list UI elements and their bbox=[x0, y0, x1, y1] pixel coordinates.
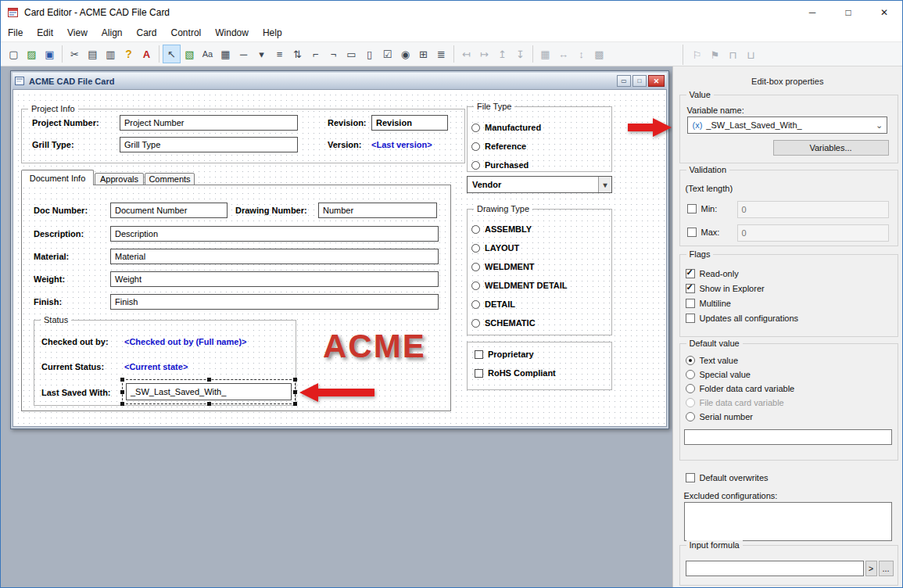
tab-document-info[interactable]: Document Info bbox=[21, 170, 94, 185]
tab-control-icon[interactable]: ¬ bbox=[324, 45, 342, 63]
checkbox-proprietary[interactable]: Proprietary bbox=[475, 350, 534, 359]
list-control-icon[interactable]: ≡ bbox=[271, 45, 288, 63]
card-design-surface[interactable]: Project Info Project Number: Project Num… bbox=[13, 89, 667, 427]
radio-reference[interactable]: Reference bbox=[471, 142, 526, 151]
input-formula-field[interactable] bbox=[686, 561, 864, 576]
project-number-field[interactable]: Project Number bbox=[120, 115, 298, 131]
selection-handle[interactable] bbox=[120, 390, 124, 394]
menu-card[interactable]: Card bbox=[130, 25, 164, 41]
text-control-icon[interactable]: Aa bbox=[199, 45, 217, 63]
save-icon[interactable]: ▣ bbox=[41, 45, 59, 63]
tab-approvals[interactable]: Approvals bbox=[95, 173, 144, 185]
selection-handle[interactable] bbox=[120, 378, 124, 382]
menu-help[interactable]: Help bbox=[256, 25, 289, 41]
menu-align[interactable]: Align bbox=[95, 25, 130, 41]
material-field[interactable]: Material bbox=[110, 249, 439, 264]
card-logo-image[interactable]: ACME bbox=[323, 328, 426, 365]
formula-flyout-button[interactable]: > bbox=[865, 561, 877, 576]
doc-number-field[interactable]: Document Number bbox=[110, 203, 228, 218]
checkbox-icon bbox=[686, 314, 695, 323]
radio-weldment-detail[interactable]: WELDMENT DETAIL bbox=[471, 281, 568, 290]
card-minimize-button[interactable]: ▭ bbox=[617, 75, 631, 87]
checked-out-by-value: <Checked out by (Full name)> bbox=[124, 337, 246, 346]
tree-control-icon[interactable]: ≣ bbox=[432, 45, 450, 63]
variable-name-dropdown[interactable]: (x) _SW_Last_Saved_With_ ⌄ bbox=[687, 117, 887, 134]
tab-comments[interactable]: Comments bbox=[145, 173, 195, 185]
line-control-icon[interactable]: ─ bbox=[235, 45, 253, 63]
flag-read-only[interactable]: Read-only bbox=[686, 269, 739, 278]
radio-folder-data-card-variable[interactable]: Folder data card variable bbox=[686, 384, 795, 393]
radio-layout[interactable]: LAYOUT bbox=[471, 243, 519, 253]
frame-control-icon[interactable]: ⌐ bbox=[306, 45, 324, 63]
combobox-control-icon[interactable]: ▾ bbox=[253, 45, 271, 63]
image-control-icon[interactable]: ▧ bbox=[181, 45, 199, 63]
paste-icon[interactable]: ▥ bbox=[102, 45, 120, 63]
radio-label: Manufactured bbox=[485, 123, 541, 132]
grill-type-field[interactable]: Grill Type bbox=[120, 137, 298, 152]
selection-outline[interactable]: _SW_Last_Saved_With_ bbox=[122, 379, 296, 404]
spin-control-icon[interactable]: ⇅ bbox=[288, 45, 306, 63]
radio-text-value[interactable]: Text value bbox=[686, 356, 739, 365]
flag-show-in-explorer[interactable]: Show in Explorer bbox=[686, 284, 765, 293]
radio-control-icon[interactable]: ◉ bbox=[396, 45, 414, 63]
editbox-control-icon[interactable]: ▯ bbox=[360, 45, 378, 63]
finish-field[interactable]: Finish bbox=[110, 294, 439, 310]
menu-file[interactable]: File bbox=[1, 25, 30, 41]
radio-assembly[interactable]: ASSEMBLY bbox=[471, 224, 532, 234]
drawing-number-field[interactable]: Number bbox=[318, 203, 437, 218]
card-control-icon[interactable]: ▦ bbox=[217, 45, 235, 63]
open-card-icon[interactable]: ▨ bbox=[23, 45, 41, 63]
button-control-icon[interactable]: ▭ bbox=[342, 45, 360, 63]
minimize-button[interactable]: ─ bbox=[794, 1, 830, 24]
radio-label: WELDMENT bbox=[485, 262, 535, 271]
radio-schematic[interactable]: SCHEMATIC bbox=[471, 318, 536, 328]
grid-control-icon[interactable]: ⊞ bbox=[414, 45, 432, 63]
max-checkbox[interactable]: Max: bbox=[687, 228, 720, 237]
variables-button[interactable]: Variables... bbox=[773, 140, 889, 156]
revision-field[interactable]: Revision bbox=[371, 115, 448, 131]
select-tool-icon[interactable]: ↖ bbox=[163, 45, 181, 63]
formula-browse-button[interactable]: ... bbox=[879, 561, 894, 576]
flag-updates-all-configurations[interactable]: Updates all configurations bbox=[686, 314, 799, 323]
card-close-button[interactable]: ✕ bbox=[648, 75, 665, 87]
description-field[interactable]: Description bbox=[110, 226, 439, 242]
font-icon[interactable]: A bbox=[138, 45, 156, 63]
selection-handle[interactable] bbox=[207, 402, 211, 406]
selection-handle[interactable] bbox=[207, 378, 211, 382]
menu-edit[interactable]: Edit bbox=[30, 25, 60, 41]
radio-manufactured[interactable]: Manufactured bbox=[471, 123, 541, 132]
menu-view[interactable]: View bbox=[60, 25, 95, 41]
selection-handle[interactable] bbox=[293, 390, 297, 394]
menu-control[interactable]: Control bbox=[164, 25, 209, 41]
checkbox-icon bbox=[687, 228, 697, 237]
menu-window[interactable]: Window bbox=[208, 25, 256, 41]
checkbox-rohs-compliant[interactable]: RoHS Compliant bbox=[475, 368, 556, 378]
card-window-title: ACME CAD File Card bbox=[29, 77, 114, 86]
new-file-icon[interactable]: ▢ bbox=[5, 45, 23, 63]
cut-icon[interactable]: ✂ bbox=[66, 45, 84, 63]
radio-serial-number[interactable]: Serial number bbox=[686, 412, 753, 421]
selection-handle[interactable] bbox=[120, 402, 124, 406]
selection-handle[interactable] bbox=[293, 378, 297, 382]
checkbox-control-icon[interactable]: ☑ bbox=[378, 45, 396, 63]
radio-weldment[interactable]: WELDMENT bbox=[471, 262, 535, 271]
close-button[interactable]: ✕ bbox=[866, 1, 902, 24]
maximize-button[interactable]: □ bbox=[830, 1, 866, 24]
radio-detail[interactable]: DETAIL bbox=[471, 299, 515, 309]
default-value-field[interactable] bbox=[684, 429, 892, 445]
min-checkbox[interactable]: Min: bbox=[687, 204, 718, 213]
selection-handle[interactable] bbox=[293, 402, 297, 406]
copy-icon[interactable]: ▤ bbox=[84, 45, 102, 63]
help-icon[interactable]: ? bbox=[120, 45, 138, 63]
card-window-titlebar[interactable]: ACME CAD File Card ▭ □ ✕ bbox=[13, 73, 667, 89]
last-saved-with-field[interactable]: _SW_Last_Saved_With_ bbox=[126, 383, 292, 400]
radio-icon bbox=[686, 412, 695, 421]
weight-field[interactable]: Weight bbox=[110, 271, 439, 287]
radio-purchased[interactable]: Purchased bbox=[471, 160, 529, 170]
radio-special-value[interactable]: Special value bbox=[686, 370, 751, 379]
excluded-configurations-textarea[interactable] bbox=[684, 502, 892, 541]
vendor-dropdown[interactable]: Vendor ▾ bbox=[467, 176, 612, 193]
card-maximize-button[interactable]: □ bbox=[632, 75, 647, 87]
default-overwrites-checkbox[interactable]: Default overwrites bbox=[686, 473, 769, 482]
flag-multiline[interactable]: Multiline bbox=[686, 299, 731, 308]
